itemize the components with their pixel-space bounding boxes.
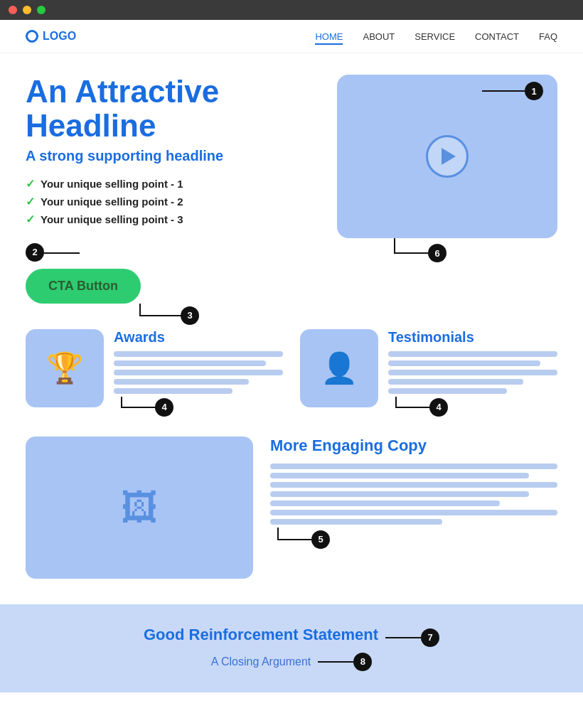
selling-point-1: ✓ Your unique selling point - 1 xyxy=(26,177,316,191)
text-line xyxy=(270,500,500,506)
check-icon-2: ✓ xyxy=(26,195,35,208)
testimonials-icon-box: 👤 xyxy=(300,329,378,407)
maximize-dot[interactable] xyxy=(37,6,46,14)
check-icon-1: ✓ xyxy=(26,177,35,191)
annotation-2: 2 xyxy=(26,243,44,262)
footer-headline: Good Reinforcement Statement xyxy=(144,626,378,644)
selling-point-2: ✓ Your unique selling point - 2 xyxy=(26,195,316,208)
selling-points: ✓ Your unique selling point - 1 ✓ Your u… xyxy=(26,177,316,226)
footer: Good Reinforcement Statement 7 A Closing… xyxy=(0,604,583,692)
annotation-6: 6 xyxy=(428,244,446,262)
testimonials-title: Testimonials xyxy=(388,329,557,346)
text-line xyxy=(270,464,557,469)
awards-title: Awards xyxy=(114,329,283,346)
selling-point-3-text: Your unique selling point - 3 xyxy=(41,213,183,225)
check-icon-3: ✓ xyxy=(26,213,35,226)
nav-item-home[interactable]: HOME xyxy=(315,30,343,43)
text-line xyxy=(388,360,540,366)
annotation-4a: 4 xyxy=(155,398,173,417)
person-icon: 👤 xyxy=(321,350,358,385)
awards-text-lines xyxy=(114,351,283,394)
nav-item-contact[interactable]: CONTACT xyxy=(475,30,519,43)
copy-section: More Engaging Copy 5 xyxy=(270,437,557,579)
image-block: 🖼 xyxy=(26,437,253,579)
text-line xyxy=(388,388,507,394)
text-line xyxy=(270,510,557,515)
minimize-dot[interactable] xyxy=(23,6,31,14)
main-content: An Attractive Headline A strong supporti… xyxy=(0,53,583,579)
title-bar xyxy=(0,0,583,20)
cta-button[interactable]: CTA Button xyxy=(26,269,141,304)
selling-point-1-text: Your unique selling point - 1 xyxy=(41,178,183,190)
nav-item-service[interactable]: SERVICE xyxy=(414,30,455,43)
selling-point-3: ✓ Your unique selling point - 3 xyxy=(26,213,316,226)
hero-headline: An Attractive Headline xyxy=(26,75,316,144)
image-placeholder-icon: 🖼 xyxy=(121,486,158,529)
testimonials-content: Testimonials 4 xyxy=(388,329,557,415)
close-dot[interactable] xyxy=(9,6,17,14)
hero-left: An Attractive Headline A strong supporti… xyxy=(26,75,316,304)
cards-row: 🏆 Awards 4 xyxy=(26,329,557,415)
bottom-section: 🖼 More Engaging Copy 5 xyxy=(26,437,557,579)
text-line xyxy=(114,388,232,394)
awards-icon-box: 🏆 xyxy=(26,329,104,407)
text-line xyxy=(114,360,266,366)
text-line xyxy=(114,370,283,375)
navbar: LOGO HOME ABOUT SERVICE CONTACT FAQ xyxy=(0,20,583,53)
copy-text-lines xyxy=(270,464,557,525)
hero-subheadline: A strong supporting headline xyxy=(26,148,316,164)
hero-section: An Attractive Headline A strong supporti… xyxy=(26,75,557,304)
text-line xyxy=(388,351,557,357)
awards-card: 🏆 Awards 4 xyxy=(26,329,283,415)
text-line xyxy=(270,482,557,488)
logo: LOGO xyxy=(26,30,315,43)
hero-right: 6 xyxy=(337,75,557,304)
annotation-1: 1 xyxy=(525,82,543,100)
selling-point-2-text: Your unique selling point - 2 xyxy=(41,196,183,208)
text-line xyxy=(114,379,249,385)
text-line xyxy=(270,473,529,478)
play-triangle-icon xyxy=(442,148,456,165)
logo-text: LOGO xyxy=(43,30,76,43)
nav-links: HOME ABOUT SERVICE CONTACT FAQ xyxy=(315,30,557,43)
text-line xyxy=(114,351,283,357)
trophy-icon: 🏆 xyxy=(46,350,83,385)
testimonials-card: 👤 Testimonials 4 xyxy=(300,329,557,415)
nav-item-faq[interactable]: FAQ xyxy=(539,30,557,43)
annotation-7: 7 xyxy=(421,628,439,647)
text-line xyxy=(270,519,442,525)
annotation-8: 8 xyxy=(353,653,372,671)
text-line xyxy=(388,379,523,385)
text-line xyxy=(270,491,529,497)
copy-title: More Engaging Copy xyxy=(270,437,557,455)
play-button[interactable] xyxy=(426,135,469,178)
awards-content: Awards 4 xyxy=(114,329,283,415)
footer-subtext: A Closing Argument xyxy=(211,655,311,668)
nav-item-about[interactable]: ABOUT xyxy=(363,30,395,43)
testimonials-text-lines xyxy=(388,351,557,394)
annotation-5: 5 xyxy=(311,530,330,549)
annotation-3: 3 xyxy=(181,306,199,325)
annotation-4b: 4 xyxy=(429,398,448,417)
text-line xyxy=(388,370,557,375)
logo-circle-icon xyxy=(26,30,38,43)
